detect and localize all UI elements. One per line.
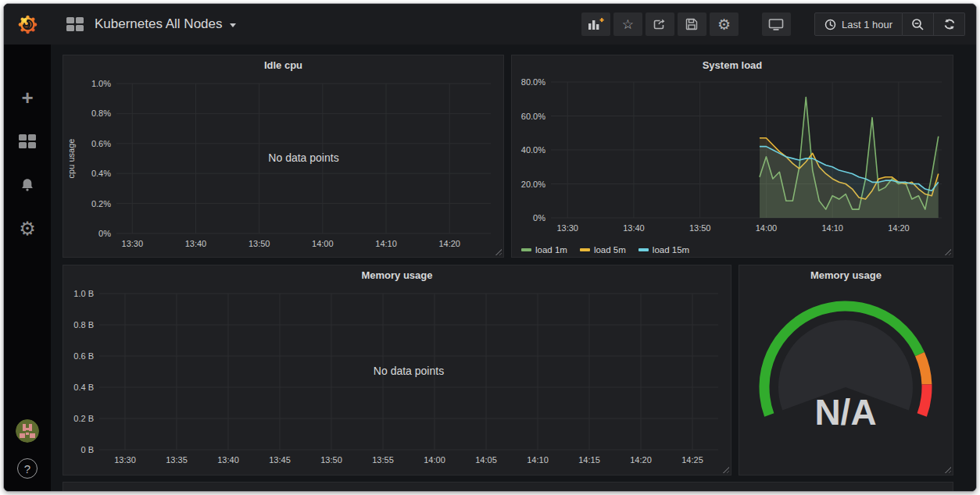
grafana-flame-icon (17, 14, 38, 35)
sidebar-menu: + ⚙ (16, 45, 38, 238)
star-dashboard-button[interactable]: ☆ (613, 12, 642, 36)
svg-text:14:25: 14:25 (681, 455, 703, 465)
svg-text:14:00: 14:00 (312, 239, 334, 248)
svg-text:0%: 0% (98, 229, 111, 238)
svg-text:No data points: No data points (268, 151, 338, 164)
legend-label: load 5m (594, 245, 626, 255)
sidebar-bottom: ? (16, 419, 39, 491)
svg-text:13:50: 13:50 (689, 223, 711, 233)
panel-title-system-load[interactable]: System load (512, 55, 953, 76)
panel-title-memory-usage[interactable]: Memory usage (63, 265, 731, 286)
add-panel-button[interactable] (581, 12, 610, 36)
svg-text:13:35: 13:35 (166, 455, 188, 465)
idle-cpu-graph[interactable]: 1.0%0.8%0.6%0.4%0.2%0%13:3013:4013:5014:… (63, 76, 502, 254)
sidebar-item-configuration[interactable]: ⚙ (16, 219, 38, 238)
system-load-graph[interactable]: 80.0%60.0%40.0%20.0%0%13:3013:4013:5014:… (512, 76, 951, 237)
sidebar-item-create[interactable]: + (16, 88, 38, 107)
bell-icon (20, 177, 35, 193)
zoom-out-icon (911, 18, 925, 31)
legend-item-load-1m[interactable]: load 1m (521, 245, 567, 255)
dashboard-grid: Idle cpu 1.0%0.8%0.6%0.4%0.2%0%13:3013:4… (51, 45, 976, 491)
panel-resize-handle[interactable] (944, 248, 951, 255)
dashboards-grid-icon (19, 134, 36, 148)
svg-text:14:20: 14:20 (630, 455, 652, 465)
svg-text:13:40: 13:40 (623, 223, 645, 233)
svg-text:13:50: 13:50 (249, 239, 270, 248)
svg-text:14:10: 14:10 (375, 239, 397, 248)
svg-text:0.4%: 0.4% (91, 169, 111, 178)
plus-icon: + (21, 90, 33, 105)
add-panel-icon (587, 17, 604, 31)
svg-text:0.8 B: 0.8 B (73, 320, 94, 329)
share-dashboard-button[interactable] (646, 12, 674, 36)
sidebar-item-alerting[interactable] (16, 176, 38, 194)
dashboard-icon (66, 17, 84, 31)
cycle-view-button[interactable] (762, 12, 791, 36)
grafana-logo[interactable] (4, 4, 51, 45)
svg-text:1.0%: 1.0% (91, 79, 111, 88)
legend-item-load-5m[interactable]: load 5m (580, 245, 626, 255)
gauge-container: N/A (739, 286, 953, 470)
svg-text:13:40: 13:40 (185, 239, 207, 248)
sidebar-item-dashboards[interactable] (16, 132, 38, 151)
svg-text:13:40: 13:40 (217, 455, 239, 465)
panel-title-idle-cpu[interactable]: Idle cpu (63, 55, 503, 76)
svg-text:1.0 B: 1.0 B (73, 289, 94, 298)
page-title: Kubernetes All Nodes (95, 16, 223, 32)
time-range-label: Last 1 hour (842, 19, 892, 30)
help-icon[interactable]: ? (17, 458, 38, 479)
panel-idle-cpu: Idle cpu 1.0%0.8%0.6%0.4%0.2%0%13:3013:4… (63, 55, 504, 258)
svg-text:0 B: 0 B (80, 445, 94, 454)
panel-system-load: System load 80.0%60.0%40.0%20.0%0%13:301… (511, 55, 953, 258)
dashboard-settings-button[interactable]: ⚙ (710, 12, 739, 36)
memory-gauge[interactable]: N/A (739, 286, 953, 470)
svg-text:0%: 0% (533, 213, 545, 223)
svg-text:40.0%: 40.0% (521, 145, 545, 155)
legend-swatch (521, 248, 531, 251)
legend-item-load-15m[interactable]: load 15m (638, 245, 689, 255)
panel-memory-gauge: Memory usage N/A (739, 265, 953, 475)
refresh-icon (943, 18, 956, 30)
panel-memory-usage: Memory usage 1.0 B0.8 B0.6 B0.4 B0.2 B0 … (63, 265, 731, 475)
svg-text:14:00: 14:00 (756, 223, 778, 233)
svg-text:cpu usage: cpu usage (66, 139, 76, 179)
system-load-legend: load 1m load 5m load 15m (512, 240, 953, 258)
chevron-down-icon (230, 23, 236, 27)
tv-monitor-icon (768, 18, 784, 31)
panel-title-memory-gauge[interactable]: Memory usage (739, 265, 953, 286)
svg-text:14:10: 14:10 (527, 455, 549, 465)
svg-text:0.2 B: 0.2 B (73, 414, 94, 423)
svg-text:13:45: 13:45 (269, 455, 291, 465)
zoom-out-button[interactable] (903, 12, 934, 36)
svg-text:20.0%: 20.0% (521, 180, 545, 189)
svg-text:0.6 B: 0.6 B (73, 351, 94, 361)
time-picker-button[interactable]: Last 1 hour (814, 12, 903, 36)
sidebar: + ⚙ (4, 4, 51, 491)
legend-label: load 15m (653, 245, 689, 255)
legend-swatch (638, 248, 649, 251)
grafana-window: + ⚙ (3, 3, 977, 492)
avatar-image (16, 419, 39, 443)
svg-text:0.8%: 0.8% (91, 109, 111, 118)
svg-text:0.4 B: 0.4 B (73, 383, 94, 392)
memory-usage-graph[interactable]: 1.0 B0.8 B0.6 B0.4 B0.2 B0 B13:3013:3513… (63, 286, 729, 472)
navbar-left: Kubernetes All Nodes (66, 16, 236, 32)
clock-icon (824, 19, 836, 30)
panel-resize-handle[interactable] (495, 248, 502, 255)
svg-text:13:50: 13:50 (320, 455, 342, 465)
panel-resize-handle[interactable] (944, 466, 951, 473)
svg-text:13:30: 13:30 (556, 223, 578, 233)
dashboard-title-dropdown[interactable]: Kubernetes All Nodes (95, 16, 236, 32)
save-dashboard-button[interactable] (678, 12, 706, 36)
gear-icon: ⚙ (19, 218, 36, 240)
svg-text:14:05: 14:05 (475, 455, 497, 465)
avatar[interactable] (16, 419, 39, 443)
svg-text:13:30: 13:30 (114, 455, 136, 465)
legend-swatch (580, 248, 590, 251)
top-navbar: Kubernetes All Nodes ☆ (51, 4, 976, 45)
svg-text:80.0%: 80.0% (521, 77, 545, 87)
screenshot-page: + ⚙ (0, 0, 980, 495)
panel-resize-handle[interactable] (722, 466, 729, 473)
refresh-button[interactable] (934, 12, 965, 36)
svg-text:14:20: 14:20 (438, 239, 460, 248)
